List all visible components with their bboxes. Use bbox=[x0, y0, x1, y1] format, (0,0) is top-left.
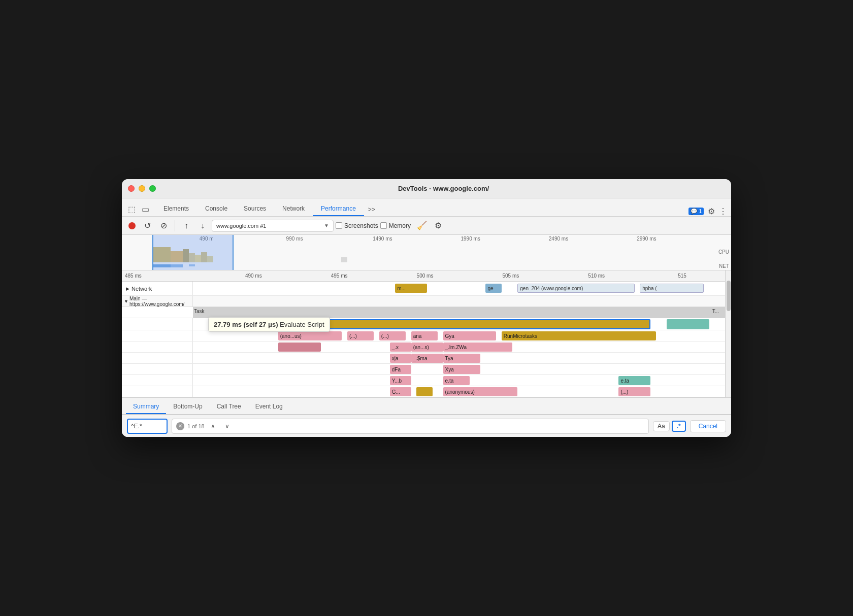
teal-block-1[interactable] bbox=[667, 319, 709, 329]
close-button[interactable] bbox=[128, 185, 135, 192]
next-result-button[interactable]: ∨ bbox=[222, 421, 233, 432]
net-item-1[interactable]: ge bbox=[485, 284, 501, 293]
xja-block[interactable]: xja bbox=[390, 354, 411, 363]
maximize-button[interactable] bbox=[149, 185, 156, 192]
search-input[interactable] bbox=[131, 423, 161, 430]
flame-row-4: xja _.$ma Tya bbox=[122, 353, 725, 364]
lmzwa-block[interactable]: _.lm.ZWa bbox=[443, 343, 512, 352]
search-input-wrap[interactable] bbox=[127, 419, 168, 434]
tab-network[interactable]: Network bbox=[274, 202, 313, 216]
evaluate-content[interactable]: Evaluate Script 27.79 ms (self 27 μs) Ev… bbox=[193, 318, 725, 330]
dots-block[interactable]: (...) bbox=[618, 387, 650, 396]
minimize-button[interactable] bbox=[139, 185, 145, 192]
anon3-block[interactable]: (...) bbox=[379, 331, 406, 340]
flame-content-4[interactable]: xja _.$ma Tya bbox=[193, 353, 725, 364]
flame-label-col-6 bbox=[122, 375, 193, 386]
eta-block[interactable]: e.ta bbox=[443, 376, 470, 385]
g-block[interactable]: G... bbox=[390, 387, 411, 396]
search-count: 1 of 18 bbox=[187, 423, 205, 429]
reload-button[interactable]: ↺ bbox=[140, 219, 154, 233]
tya-block[interactable]: Tya bbox=[443, 354, 480, 363]
record-toolbar: ↺ ⊘ ↑ ↓ www.google.com #1 ▼ Screenshots … bbox=[122, 217, 731, 235]
time-mark-2: 495 ms bbox=[297, 273, 382, 279]
flame-label-col-3 bbox=[122, 341, 193, 352]
record-button[interactable] bbox=[126, 220, 138, 232]
screenshots-checkbox[interactable] bbox=[336, 222, 342, 229]
task-content[interactable]: Task T... bbox=[193, 307, 725, 318]
case-sensitive-button[interactable]: Aa bbox=[653, 421, 670, 431]
tooltip-label: Evaluate Script bbox=[280, 321, 324, 328]
flame-content-2[interactable]: (ano...us) (...) (...) ana Gya RunMicrot… bbox=[193, 330, 725, 341]
net-item-0[interactable]: m... bbox=[395, 284, 427, 293]
devtools-body: ⬚ ▭ Elements Console Sources Network Per… bbox=[122, 198, 731, 437]
tab-performance[interactable]: Performance bbox=[313, 202, 364, 216]
net-item-3[interactable]: hpba ( bbox=[640, 284, 704, 293]
vertical-scrollbar[interactable] bbox=[725, 270, 731, 397]
anon-block[interactable]: (ano...us) bbox=[278, 331, 342, 340]
device-icon[interactable]: ▭ bbox=[140, 202, 151, 216]
flame-content-5[interactable]: dFa Xya bbox=[193, 364, 725, 375]
clear-icon[interactable]: ✕ bbox=[176, 422, 184, 430]
tab-event-log[interactable]: Event Log bbox=[248, 400, 290, 414]
tab-console[interactable]: Console bbox=[197, 202, 236, 216]
screenshots-label: Screenshots bbox=[344, 222, 378, 229]
flame-content-7[interactable]: G... (anonymous) (...) bbox=[193, 386, 725, 397]
tab-bottom-up[interactable]: Bottom-Up bbox=[166, 400, 209, 414]
dfa-block[interactable]: dFa bbox=[390, 365, 411, 374]
prev-result-button[interactable]: ∧ bbox=[208, 421, 219, 432]
flame-row-5: dFa Xya bbox=[122, 364, 725, 375]
task-right-text: T... bbox=[712, 309, 719, 314]
settings-icon[interactable]: ⚙ bbox=[708, 207, 715, 216]
ans-block[interactable]: (an...s) bbox=[411, 343, 443, 352]
download-button[interactable]: ↓ bbox=[195, 219, 210, 233]
microtask-block[interactable]: RunMicrotasks bbox=[502, 331, 656, 340]
anon2-block[interactable]: (...) bbox=[347, 331, 374, 340]
tab-more[interactable]: >> bbox=[364, 203, 379, 216]
screenshots-checkbox-wrap[interactable]: Screenshots bbox=[336, 222, 378, 229]
performance-settings-icon[interactable]: ⚙ bbox=[431, 219, 445, 233]
memory-label: Memory bbox=[389, 222, 411, 229]
timeline-overview[interactable]: 490 m 990 ms 1490 ms 1990 ms 2490 ms 299… bbox=[122, 235, 731, 270]
tab-elements[interactable]: Elements bbox=[155, 202, 197, 216]
yb-block[interactable]: Y...b bbox=[390, 376, 411, 385]
tooltip: 27.79 ms (self 27 μs) Evaluate Script bbox=[208, 317, 330, 332]
memory-checkbox[interactable] bbox=[380, 222, 387, 229]
sub-block-1[interactable] bbox=[278, 343, 321, 352]
yellow-block[interactable] bbox=[416, 387, 432, 396]
timeline-selection[interactable] bbox=[152, 235, 234, 270]
tab-sources[interactable]: Sources bbox=[236, 202, 274, 216]
flame-content-6[interactable]: Y...b e.ta e.ta bbox=[193, 375, 725, 386]
menu-icon[interactable]: ⋮ bbox=[719, 207, 727, 216]
clear-button[interactable]: ⊘ bbox=[156, 219, 171, 233]
tab-bar: ⬚ ▭ Elements Console Sources Network Per… bbox=[122, 198, 731, 217]
network-track-label[interactable]: ▶ Network bbox=[122, 282, 193, 295]
net-item-2[interactable]: gen_204 (www.google.com) bbox=[517, 284, 635, 293]
eta2-block[interactable]: e.ta bbox=[618, 376, 650, 385]
network-expand-icon: ▶ bbox=[126, 286, 129, 291]
upload-button[interactable]: ↑ bbox=[179, 219, 193, 233]
anon-block-2[interactable]: (anonymous) bbox=[443, 387, 518, 396]
x-block[interactable]: _.x bbox=[390, 343, 411, 352]
scrollbar-thumb[interactable] bbox=[727, 281, 731, 311]
main-thread-label[interactable]: ▼ Main — https://www.google.com/ bbox=[122, 296, 193, 306]
ana-block[interactable]: ana bbox=[411, 331, 438, 340]
sma-block[interactable]: _.$ma bbox=[411, 354, 443, 363]
regex-button[interactable]: .* bbox=[672, 421, 686, 432]
sweep-icon[interactable]: 🧹 bbox=[415, 219, 429, 233]
network-track-content[interactable]: m... ge gen_204 (www.google.com) hpba ( bbox=[193, 282, 725, 295]
flame-label-col-7 bbox=[122, 386, 193, 397]
url-selector[interactable]: www.google.com #1 ▼ bbox=[212, 220, 334, 232]
tl-label-2: 1490 ms bbox=[339, 236, 426, 242]
notification-badge[interactable]: 💬 1 bbox=[688, 208, 704, 215]
tab-call-tree[interactable]: Call Tree bbox=[210, 400, 248, 414]
cancel-button[interactable]: Cancel bbox=[690, 420, 726, 432]
cursor-icon[interactable]: ⬚ bbox=[126, 202, 138, 216]
task-text: Task bbox=[194, 309, 205, 314]
memory-checkbox-wrap[interactable]: Memory bbox=[380, 222, 411, 229]
gya-block[interactable]: Gya bbox=[443, 331, 497, 340]
xya-block[interactable]: Xya bbox=[443, 365, 480, 374]
tl-label-3: 1990 ms bbox=[426, 236, 514, 242]
search-options: Aa .* bbox=[653, 421, 686, 432]
flame-content-3[interactable]: _.x (an...s) _.lm.ZWa bbox=[193, 341, 725, 353]
tab-summary[interactable]: Summary bbox=[126, 400, 166, 414]
